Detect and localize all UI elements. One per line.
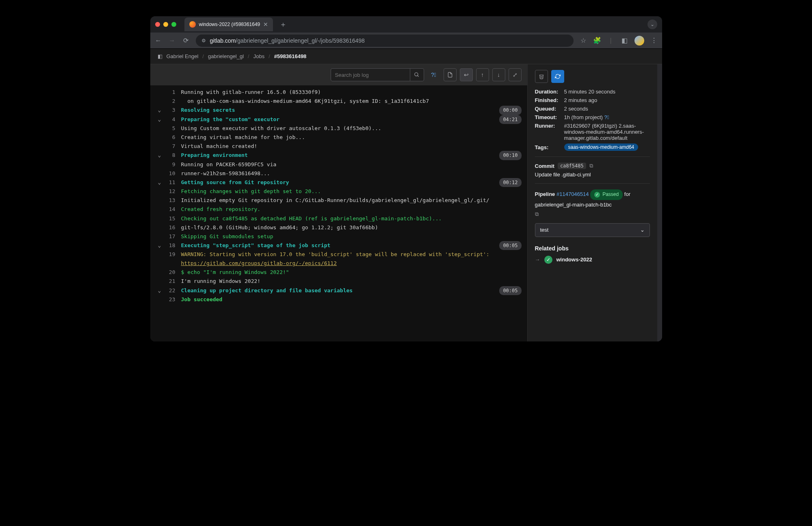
- reload-button[interactable]: ⟳: [182, 37, 190, 44]
- collapse-chevron-icon[interactable]: ⌄: [156, 115, 163, 124]
- line-number[interactable]: 19: [163, 250, 175, 259]
- line-number[interactable]: 22: [163, 286, 175, 295]
- finished-value: 2 minutes ago: [564, 97, 650, 103]
- log-line: 15Checking out ca8f5485 as detached HEAD…: [150, 214, 527, 223]
- svg-line-1: [418, 76, 419, 77]
- line-number[interactable]: 15: [163, 214, 175, 223]
- bookmark-icon[interactable]: ☆: [579, 37, 587, 44]
- copy-branch-icon[interactable]: ⧉: [535, 211, 539, 217]
- collapse-chevron-icon[interactable]: ⌄: [156, 151, 163, 160]
- log-text: Creating virtual machine for the job...: [181, 133, 522, 142]
- download-icon: [447, 72, 453, 78]
- status-passed-icon: ✓: [544, 256, 552, 264]
- collapse-chevron-icon[interactable]: ⌄: [156, 178, 163, 187]
- log-text: runner-w21h2sm-5983616498...: [181, 169, 522, 178]
- collapse-chevron-icon[interactable]: ⌄: [156, 106, 163, 115]
- log-line: 12Fetching changes with git depth set to…: [150, 187, 527, 196]
- stage-dropdown[interactable]: test ⌄: [535, 223, 650, 237]
- window-controls: [155, 22, 176, 27]
- commit-hash[interactable]: ca8f5485: [558, 163, 586, 169]
- search-button[interactable]: [410, 69, 424, 81]
- timeout-help-icon[interactable]: ?⃝: [604, 114, 609, 120]
- line-number[interactable]: 1: [163, 88, 175, 97]
- collapse-chevron-icon[interactable]: ⌄: [156, 241, 163, 250]
- search-input[interactable]: [331, 72, 410, 78]
- tabs-menu-button[interactable]: ⌄: [647, 20, 657, 29]
- pipeline-branch[interactable]: gabrielengel_gl-main-patch-b1bc: [535, 200, 650, 209]
- scroll-bottom-button[interactable]: ↓: [492, 68, 505, 81]
- duration-label: Duration:: [535, 89, 561, 95]
- section-duration: 00:10: [499, 151, 521, 160]
- back-button[interactable]: ←: [154, 37, 162, 44]
- copy-commit-icon[interactable]: ⧉: [589, 163, 593, 169]
- line-number[interactable]: 11: [163, 178, 175, 187]
- line-number[interactable]: 2: [163, 97, 175, 106]
- line-number[interactable]: 17: [163, 232, 175, 241]
- log-line: 23Job succeeded: [150, 295, 527, 304]
- log-line: 7Virtual machine created!: [150, 142, 527, 151]
- close-tab-icon[interactable]: ✕: [263, 21, 268, 28]
- maximize-window-icon[interactable]: [171, 22, 176, 27]
- section-duration: 00:12: [499, 178, 521, 187]
- browser-tab[interactable]: windows-2022 (#598361649 ✕: [184, 17, 273, 31]
- browser-menu-icon[interactable]: ⋮: [650, 37, 658, 44]
- related-job-item[interactable]: → ✓ windows-2022: [535, 256, 650, 264]
- extensions-icon[interactable]: 🧩: [593, 37, 601, 44]
- line-number[interactable]: 4: [163, 115, 175, 124]
- line-number[interactable]: 16: [163, 223, 175, 232]
- close-window-icon[interactable]: [155, 22, 160, 27]
- help-icon[interactable]: ?⃝: [427, 68, 440, 81]
- line-number[interactable]: 9: [163, 160, 175, 169]
- pipeline-id-link[interactable]: #1147046514: [556, 191, 589, 197]
- line-number[interactable]: 12: [163, 187, 175, 196]
- site-info-icon[interactable]: ⚙: [201, 38, 206, 43]
- line-number[interactable]: 21: [163, 277, 175, 286]
- log-text: Fetching changes with git depth set to 2…: [181, 187, 522, 196]
- line-number[interactable]: 10: [163, 169, 175, 178]
- queued-label: Queued:: [535, 106, 561, 112]
- log-text: Cleaning up project directory and file b…: [181, 286, 496, 295]
- line-number[interactable]: 23: [163, 295, 175, 304]
- runner-value: #31629607 (6Kj91tgzi) 2.saas-windows-med…: [564, 123, 650, 141]
- erase-job-button[interactable]: [535, 70, 548, 83]
- breadcrumb-project[interactable]: gabrielengel_gl: [208, 53, 244, 59]
- breadcrumb-section[interactable]: Jobs: [253, 53, 264, 59]
- breadcrumb-owner[interactable]: Gabriel Engel: [167, 53, 199, 59]
- commit-message: Update file .gitlab-ci.yml: [535, 172, 650, 178]
- log-line: 20$ echo "I'm running Windows 2022!": [150, 268, 527, 277]
- line-number[interactable]: 18: [163, 241, 175, 250]
- page-scrollbar[interactable]: [657, 64, 662, 341]
- raw-log-button[interactable]: ↩: [460, 68, 473, 81]
- log-line: ⌄22Cleaning up project directory and fil…: [150, 286, 527, 295]
- log-line: ⌄11Getting source from Git repository00:…: [150, 178, 527, 187]
- retry-job-button[interactable]: [551, 70, 564, 83]
- line-number[interactable]: 3: [163, 106, 175, 115]
- line-number[interactable]: 8: [163, 151, 175, 160]
- log-line: ⌄8Preparing environment00:10: [150, 151, 527, 160]
- log-text: WARNING: Starting with version 17.0 the …: [181, 250, 522, 268]
- log-text: Running on PACKER-659D9FC5 via: [181, 160, 522, 169]
- runner-tag[interactable]: saas-windows-medium-amd64: [564, 143, 639, 151]
- forward-button[interactable]: →: [168, 37, 176, 44]
- scroll-top-button[interactable]: ↑: [476, 68, 489, 81]
- line-number[interactable]: 14: [163, 205, 175, 214]
- collapse-chevron-icon[interactable]: ⌄: [156, 286, 163, 295]
- sidebar-toggle-icon[interactable]: ◧: [158, 53, 162, 59]
- minimize-window-icon[interactable]: [163, 22, 168, 27]
- line-number[interactable]: 20: [163, 268, 175, 277]
- address-bar[interactable]: ⚙ gitlab.com/gabrielengel_gl/gabrielenge…: [196, 35, 574, 47]
- download-log-button[interactable]: [444, 68, 457, 81]
- finished-label: Finished:: [535, 97, 561, 103]
- pipeline-status-badge: ✓Passed: [590, 189, 623, 200]
- new-tab-button[interactable]: ＋: [276, 20, 290, 29]
- profile-avatar[interactable]: [634, 36, 644, 46]
- breadcrumb-current: #5983616498: [274, 53, 307, 59]
- line-number[interactable]: 7: [163, 142, 175, 151]
- line-number[interactable]: 5: [163, 124, 175, 133]
- side-panel-icon[interactable]: ◧: [621, 37, 629, 44]
- log-line: ⌄3Resolving secrets00:00: [150, 106, 527, 115]
- job-log[interactable]: 1Running with gitlab-runner 16.5.0 (8533…: [150, 85, 527, 341]
- line-number[interactable]: 6: [163, 133, 175, 142]
- fullscreen-button[interactable]: ⤢: [509, 68, 522, 81]
- line-number[interactable]: 13: [163, 196, 175, 205]
